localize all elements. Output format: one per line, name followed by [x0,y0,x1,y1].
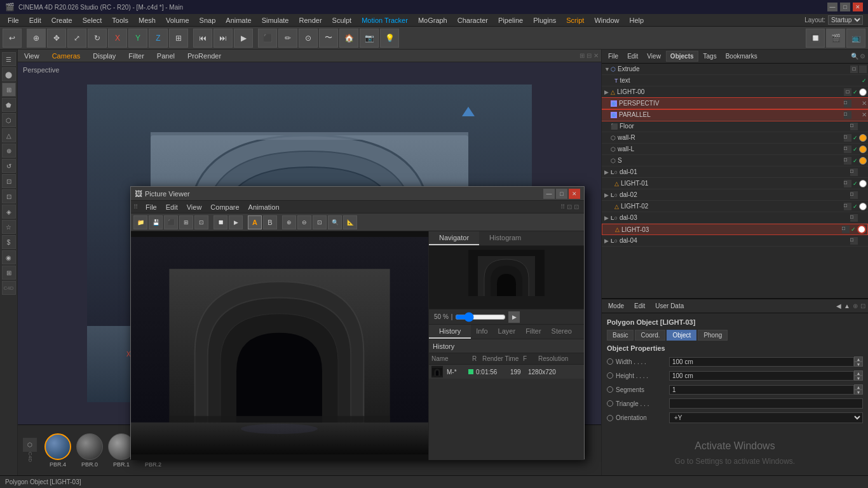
pv-menu-edit[interactable]: Edit [162,202,182,212]
left-tool-4[interactable]: ⬟ [2,98,16,112]
layout-select[interactable]: Startup [828,15,863,25]
pv-tab-navigator[interactable]: Navigator [429,231,479,245]
obj-menu-edit[interactable]: Edit [623,51,642,61]
menu-animate[interactable]: Animate [220,15,256,25]
prop-down-segments[interactable]: ▼ [854,390,863,395]
material-pbr0[interactable]: PBR.0 [76,433,103,468]
prop-up-width[interactable]: ▲ [854,356,863,362]
toolbar-btn-1[interactable]: ⊕ [27,29,46,48]
toolbar-light[interactable]: 💡 [380,29,399,48]
props-menu-edit[interactable]: Edit [630,301,649,311]
menu-sculpt[interactable]: Sculpt [327,15,357,25]
obj-menu-file[interactable]: File [604,51,622,61]
props-tab-phong[interactable]: Phong [698,330,728,341]
toolbar-axis-y[interactable]: Y [128,29,147,48]
toolbar-anim1[interactable]: ⏮ [193,29,212,48]
pv-tool-10[interactable]: ⊡ [313,215,327,229]
menu-volume[interactable]: Volume [161,15,194,25]
left-tool-13[interactable]: $ [2,235,16,249]
left-tool-16[interactable]: C4D [2,281,16,295]
pv-tool-4[interactable]: ⊞ [179,215,193,229]
props-tab-coord[interactable]: Coord. [635,330,665,341]
menu-snap[interactable]: Snap [194,15,221,25]
left-tool-15[interactable]: ⊞ [2,266,16,280]
view-menu-view[interactable]: View [20,51,43,60]
obj-expand-dal01[interactable]: ▶ [604,169,609,175]
menu-simulate[interactable]: Simulate [257,15,294,25]
obj-expand-dal02[interactable]: ▶ [604,192,609,198]
maximize-button[interactable]: □ [840,3,850,11]
pv-minimize-button[interactable]: — [543,189,555,199]
pv-maximize-button[interactable]: □ [556,189,567,199]
pv-zoom-slider[interactable] [455,315,506,320]
menu-character[interactable]: Character [452,15,493,25]
menu-render[interactable]: Render [294,15,327,25]
left-tool-7[interactable]: ⊕ [2,144,16,158]
view-menu-display[interactable]: Display [89,51,119,60]
view-menu-panel[interactable]: Panel [153,51,179,60]
obj-expand-light00[interactable]: ▶ [604,89,609,95]
menu-script[interactable]: Script [561,15,589,25]
pv-tool-b[interactable]: B [263,215,277,229]
toolbar-anim2[interactable]: ⏭ [214,29,233,48]
toolbar-scale[interactable]: ⤢ [67,29,86,48]
menu-mograph[interactable]: MoGraph [413,15,452,25]
prop-value-height[interactable]: 100 cm [669,371,854,381]
prop-value-width[interactable]: 100 cm [669,357,854,367]
material-pbr4[interactable]: PBR.4 [44,433,71,468]
pv-tool-7[interactable]: ▶ [229,215,243,229]
obj-expand-dal04[interactable]: ▶ [604,238,609,244]
obj-row-light01[interactable]: △ LIGHT-01 □ ✓ [602,178,868,189]
obj-row-s[interactable]: ⬡ S □ ✓ [602,155,868,166]
menu-edit[interactable]: Edit [24,15,46,25]
toolbar-nurbs[interactable]: ⊙ [299,29,318,48]
menu-help[interactable]: Help [625,15,649,25]
obj-tab-bookmarks[interactable]: Bookmarks [722,51,761,61]
left-tool-1[interactable]: ☰ [2,52,16,66]
toolbar-axis-x[interactable]: X [108,29,127,48]
obj-row-light02[interactable]: △ LIGHT-02 □ ✓ [602,201,868,212]
props-menu-userdata[interactable]: User Data [651,301,688,311]
left-tool-6[interactable]: △ [2,128,16,142]
menu-window[interactable]: Window [589,15,624,25]
menu-file[interactable]: File [3,15,24,25]
toolbar-cube[interactable]: ⬛ [258,29,277,48]
obj-row-parallel[interactable]: ⊕ PARALLEL □ ✕ [602,109,868,121]
pv-tab-info[interactable]: Info [471,325,492,339]
left-tool-11[interactable]: ◈ [2,205,16,219]
prop-value-segments[interactable]: 1 [669,385,854,395]
toolbar-scene[interactable]: 🏠 [339,29,358,48]
obj-row-extrude[interactable]: ▼ ⬡ Extrude □ [602,64,868,75]
toolbar-deform[interactable]: 〜 [319,29,338,48]
pv-tool-1[interactable]: 📁 [133,215,147,229]
obj-row-dal03[interactable]: ▶ L○ dal-03 □ [602,212,868,224]
pv-tab-filter[interactable]: Filter [520,325,546,339]
toolbar-move[interactable]: ✥ [47,29,66,48]
left-tool-5[interactable]: ⬡ [2,113,16,127]
obj-row-perspectiv[interactable]: ⊕ PERSPECTIV □ ✕ [602,98,868,109]
left-tool-9[interactable]: ⊡ [2,174,16,188]
pv-tab-histogram[interactable]: Histogram [479,231,531,245]
obj-tab-objects[interactable]: Objects [666,51,698,62]
obj-row-dal01[interactable]: ▶ L○ dal-01 □ [602,166,868,178]
pv-menu-file[interactable]: File [142,202,161,212]
prop-up-height[interactable]: ▲ [854,370,863,376]
toolbar-rotate[interactable]: ↻ [88,29,107,48]
obj-row-dal02[interactable]: ▶ L○ dal-02 □ [602,189,868,201]
left-tool-3[interactable]: ⊞ [2,83,16,97]
pv-render-view[interactable] [131,231,428,460]
close-button[interactable]: ✕ [853,3,863,11]
pv-tab-layer[interactable]: Layer [493,325,521,339]
obj-row-light00[interactable]: ▶ △ LIGHT-00 □ ✓ [602,86,868,98]
pv-tool-3[interactable]: ⬛ [164,215,178,229]
menu-motiontracker[interactable]: Motion Tracker [356,15,413,25]
pv-titlebar[interactable]: 🖼 Picture Viewer — □ ✕ [131,187,584,201]
pv-tool-11[interactable]: 🔍 [328,215,342,229]
menu-create[interactable]: Create [46,15,78,25]
pv-tool-5[interactable]: ⊡ [194,215,208,229]
prop-value-triangle[interactable] [669,398,863,409]
prop-down-width[interactable]: ▼ [854,362,863,367]
left-tool-2[interactable]: ⬤ [2,67,16,81]
view-menu-cameras[interactable]: Cameras [48,51,85,60]
prop-arrows-height[interactable]: ▲ ▼ [854,370,863,381]
